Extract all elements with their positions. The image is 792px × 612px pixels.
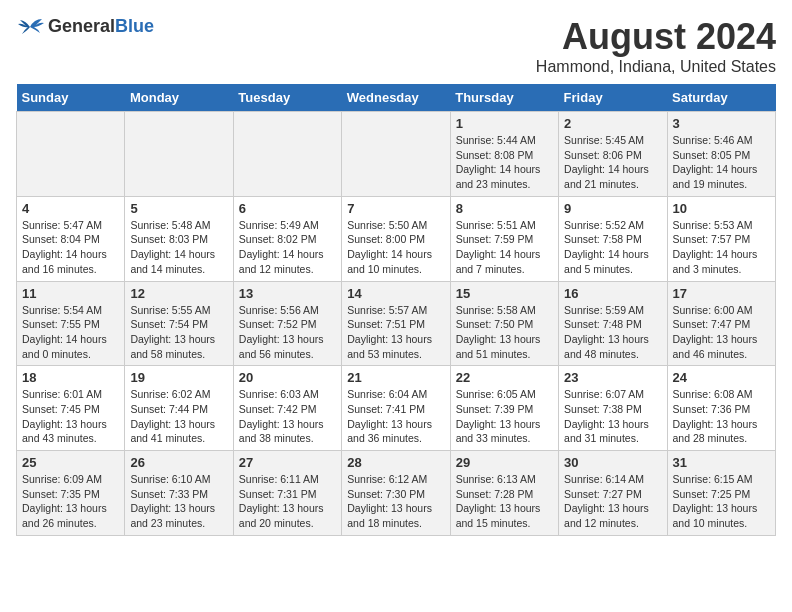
calendar-cell: 23Sunrise: 6:07 AM Sunset: 7:38 PM Dayli… [559,366,667,451]
logo-text-general: General [48,16,115,36]
day-number: 17 [673,286,770,301]
day-number: 2 [564,116,661,131]
calendar-cell: 14Sunrise: 5:57 AM Sunset: 7:51 PM Dayli… [342,281,450,366]
cell-content: Sunrise: 6:15 AM Sunset: 7:25 PM Dayligh… [673,472,770,531]
day-number: 26 [130,455,227,470]
day-number: 5 [130,201,227,216]
cell-content: Sunrise: 5:57 AM Sunset: 7:51 PM Dayligh… [347,303,444,362]
cell-content: Sunrise: 6:07 AM Sunset: 7:38 PM Dayligh… [564,387,661,446]
day-header-tuesday: Tuesday [233,84,341,112]
week-row-4: 18Sunrise: 6:01 AM Sunset: 7:45 PM Dayli… [17,366,776,451]
calendar-cell: 31Sunrise: 6:15 AM Sunset: 7:25 PM Dayli… [667,451,775,536]
cell-content: Sunrise: 6:09 AM Sunset: 7:35 PM Dayligh… [22,472,119,531]
cell-content: Sunrise: 5:49 AM Sunset: 8:02 PM Dayligh… [239,218,336,277]
title-area: August 2024 Hammond, Indiana, United Sta… [536,16,776,76]
logo-text-blue: Blue [115,16,154,36]
week-row-5: 25Sunrise: 6:09 AM Sunset: 7:35 PM Dayli… [17,451,776,536]
calendar-cell: 8Sunrise: 5:51 AM Sunset: 7:59 PM Daylig… [450,196,558,281]
cell-content: Sunrise: 6:08 AM Sunset: 7:36 PM Dayligh… [673,387,770,446]
day-header-sunday: Sunday [17,84,125,112]
main-title: August 2024 [536,16,776,58]
logo: GeneralBlue [16,16,154,37]
day-number: 14 [347,286,444,301]
calendar-cell [233,112,341,197]
day-header-saturday: Saturday [667,84,775,112]
calendar-cell: 15Sunrise: 5:58 AM Sunset: 7:50 PM Dayli… [450,281,558,366]
cell-content: Sunrise: 6:00 AM Sunset: 7:47 PM Dayligh… [673,303,770,362]
calendar-cell: 1Sunrise: 5:44 AM Sunset: 8:08 PM Daylig… [450,112,558,197]
calendar-cell: 26Sunrise: 6:10 AM Sunset: 7:33 PM Dayli… [125,451,233,536]
cell-content: Sunrise: 6:02 AM Sunset: 7:44 PM Dayligh… [130,387,227,446]
day-number: 12 [130,286,227,301]
day-number: 3 [673,116,770,131]
cell-content: Sunrise: 5:47 AM Sunset: 8:04 PM Dayligh… [22,218,119,277]
logo-bird-icon [16,17,44,37]
calendar-cell: 18Sunrise: 6:01 AM Sunset: 7:45 PM Dayli… [17,366,125,451]
day-number: 4 [22,201,119,216]
subtitle: Hammond, Indiana, United States [536,58,776,76]
cell-content: Sunrise: 6:13 AM Sunset: 7:28 PM Dayligh… [456,472,553,531]
calendar-cell: 24Sunrise: 6:08 AM Sunset: 7:36 PM Dayli… [667,366,775,451]
day-number: 22 [456,370,553,385]
cell-content: Sunrise: 5:50 AM Sunset: 8:00 PM Dayligh… [347,218,444,277]
day-number: 30 [564,455,661,470]
cell-content: Sunrise: 5:56 AM Sunset: 7:52 PM Dayligh… [239,303,336,362]
header-row: SundayMondayTuesdayWednesdayThursdayFrid… [17,84,776,112]
calendar-cell: 21Sunrise: 6:04 AM Sunset: 7:41 PM Dayli… [342,366,450,451]
cell-content: Sunrise: 5:53 AM Sunset: 7:57 PM Dayligh… [673,218,770,277]
calendar-cell: 10Sunrise: 5:53 AM Sunset: 7:57 PM Dayli… [667,196,775,281]
calendar-cell [125,112,233,197]
calendar-cell: 3Sunrise: 5:46 AM Sunset: 8:05 PM Daylig… [667,112,775,197]
calendar-cell: 12Sunrise: 5:55 AM Sunset: 7:54 PM Dayli… [125,281,233,366]
week-row-2: 4Sunrise: 5:47 AM Sunset: 8:04 PM Daylig… [17,196,776,281]
calendar-cell: 20Sunrise: 6:03 AM Sunset: 7:42 PM Dayli… [233,366,341,451]
calendar-cell: 13Sunrise: 5:56 AM Sunset: 7:52 PM Dayli… [233,281,341,366]
week-row-3: 11Sunrise: 5:54 AM Sunset: 7:55 PM Dayli… [17,281,776,366]
cell-content: Sunrise: 6:14 AM Sunset: 7:27 PM Dayligh… [564,472,661,531]
day-number: 29 [456,455,553,470]
day-number: 18 [22,370,119,385]
day-header-friday: Friday [559,84,667,112]
day-number: 21 [347,370,444,385]
day-header-thursday: Thursday [450,84,558,112]
calendar-cell: 19Sunrise: 6:02 AM Sunset: 7:44 PM Dayli… [125,366,233,451]
day-header-wednesday: Wednesday [342,84,450,112]
calendar-cell [342,112,450,197]
day-number: 7 [347,201,444,216]
header: GeneralBlue August 2024 Hammond, Indiana… [16,16,776,76]
cell-content: Sunrise: 6:12 AM Sunset: 7:30 PM Dayligh… [347,472,444,531]
calendar-cell: 27Sunrise: 6:11 AM Sunset: 7:31 PM Dayli… [233,451,341,536]
cell-content: Sunrise: 5:51 AM Sunset: 7:59 PM Dayligh… [456,218,553,277]
day-number: 10 [673,201,770,216]
cell-content: Sunrise: 5:54 AM Sunset: 7:55 PM Dayligh… [22,303,119,362]
calendar-cell: 29Sunrise: 6:13 AM Sunset: 7:28 PM Dayli… [450,451,558,536]
cell-content: Sunrise: 5:48 AM Sunset: 8:03 PM Dayligh… [130,218,227,277]
calendar-cell: 25Sunrise: 6:09 AM Sunset: 7:35 PM Dayli… [17,451,125,536]
cell-content: Sunrise: 5:45 AM Sunset: 8:06 PM Dayligh… [564,133,661,192]
calendar-cell: 9Sunrise: 5:52 AM Sunset: 7:58 PM Daylig… [559,196,667,281]
day-number: 19 [130,370,227,385]
day-number: 16 [564,286,661,301]
day-header-monday: Monday [125,84,233,112]
cell-content: Sunrise: 5:55 AM Sunset: 7:54 PM Dayligh… [130,303,227,362]
cell-content: Sunrise: 5:59 AM Sunset: 7:48 PM Dayligh… [564,303,661,362]
calendar-cell: 6Sunrise: 5:49 AM Sunset: 8:02 PM Daylig… [233,196,341,281]
day-number: 28 [347,455,444,470]
cell-content: Sunrise: 5:52 AM Sunset: 7:58 PM Dayligh… [564,218,661,277]
cell-content: Sunrise: 5:44 AM Sunset: 8:08 PM Dayligh… [456,133,553,192]
calendar-cell: 16Sunrise: 5:59 AM Sunset: 7:48 PM Dayli… [559,281,667,366]
calendar-cell: 17Sunrise: 6:00 AM Sunset: 7:47 PM Dayli… [667,281,775,366]
day-number: 11 [22,286,119,301]
day-number: 27 [239,455,336,470]
calendar-cell [17,112,125,197]
cell-content: Sunrise: 6:03 AM Sunset: 7:42 PM Dayligh… [239,387,336,446]
calendar-cell: 28Sunrise: 6:12 AM Sunset: 7:30 PM Dayli… [342,451,450,536]
cell-content: Sunrise: 6:05 AM Sunset: 7:39 PM Dayligh… [456,387,553,446]
day-number: 8 [456,201,553,216]
day-number: 31 [673,455,770,470]
calendar-cell: 5Sunrise: 5:48 AM Sunset: 8:03 PM Daylig… [125,196,233,281]
day-number: 6 [239,201,336,216]
cell-content: Sunrise: 5:46 AM Sunset: 8:05 PM Dayligh… [673,133,770,192]
day-number: 23 [564,370,661,385]
calendar-cell: 30Sunrise: 6:14 AM Sunset: 7:27 PM Dayli… [559,451,667,536]
